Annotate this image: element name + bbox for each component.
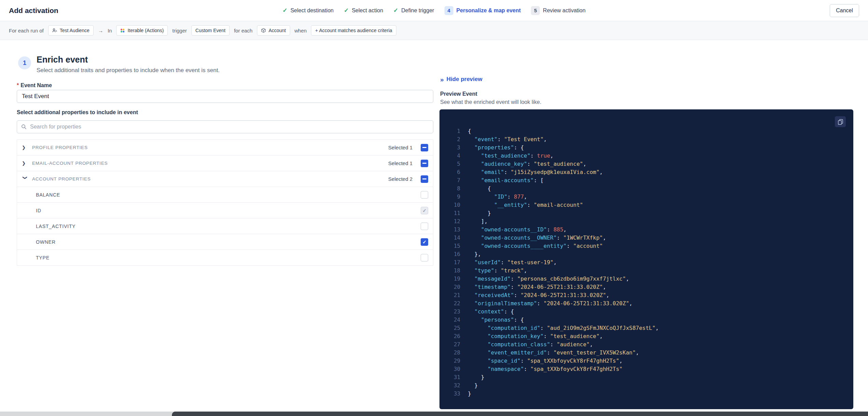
code-text: { [468, 185, 491, 192]
properties-table: ❯PROFILE PROPERTIESSelected 1❯EMAIL-ACCO… [17, 139, 433, 266]
line-number: 1 [439, 127, 460, 135]
code-line-22: 22 "originalTimestamp": "2024-06-25T21:3… [439, 299, 853, 308]
line-number: 26 [439, 332, 460, 340]
event-name-label: *Event Name [17, 82, 52, 89]
trigger-summary-bar: For each run ofTest Audience→InIterable … [0, 21, 868, 40]
code-text: "__entity": "email-account" [468, 202, 583, 208]
property-row-last-activity: LAST_ACTIVITY [17, 218, 433, 234]
line-number: 17 [439, 258, 460, 267]
code-line-23: 23 "context": { [439, 308, 853, 316]
code-line-7: 7 "email-accounts": [ [439, 176, 853, 185]
line-number: 14 [439, 234, 460, 242]
bottom-dark-bar [172, 412, 868, 416]
code-text: { [468, 128, 471, 134]
step-label: Review activation [543, 8, 586, 14]
step-4[interactable]: 4Personalize & map event [444, 6, 521, 15]
code-text: "context": { [468, 308, 514, 315]
group-label: EMAIL-ACCOUNT PROPERTIES [32, 161, 108, 166]
step-label: Select action [352, 8, 383, 14]
line-number: 9 [439, 193, 460, 201]
copy-button[interactable] [835, 116, 846, 127]
line-number: 24 [439, 316, 460, 324]
checked-checkbox[interactable]: ✓ [421, 238, 428, 246]
property-label: BALANCE [36, 192, 60, 198]
code-line-26: 26 "computation_key": "test_audience", [439, 332, 853, 340]
chevron-right-icon: ❯ [22, 145, 32, 150]
trigger-chip-iterable-actions[interactable]: Iterable (Actions) [116, 25, 168, 36]
event-name-input[interactable] [17, 90, 433, 103]
account-icon [261, 28, 266, 33]
step-number-badge: 5 [531, 6, 540, 15]
step-2[interactable]: ✓Select action [344, 7, 383, 14]
code-text: "namespace": "spa_tXXbfoyvCkY8rF47ghH2Ts… [468, 366, 623, 372]
code-text: "event": "Test Event", [468, 136, 547, 143]
line-number: 2 [439, 135, 460, 144]
preview-title: Preview Event [440, 91, 477, 97]
step-label: Define trigger [401, 8, 434, 14]
line-number: 18 [439, 267, 460, 275]
property-row-balance: BALANCE [17, 187, 433, 203]
step-1[interactable]: ✓Select destination [283, 7, 334, 14]
code-line-4: 4 "test_audience": true, [439, 152, 853, 160]
property-group-email-account-properties[interactable]: ❯EMAIL-ACCOUNT PROPERTIESSelected 1 [17, 156, 433, 171]
step-number-badge: 4 [444, 6, 453, 15]
line-number: 5 [439, 160, 460, 168]
chip-label: Custom Event [195, 28, 226, 33]
step-5[interactable]: 5Review activation [531, 6, 586, 15]
trigger-text-5: trigger [172, 28, 187, 33]
section-title: Enrich event [37, 55, 88, 65]
property-row-id: ID✓ [17, 203, 433, 218]
trigger-chip-custom-event[interactable]: Custom Event [191, 25, 230, 36]
unchecked-checkbox[interactable] [421, 223, 428, 230]
line-number: 13 [439, 226, 460, 234]
audience-icon [52, 28, 57, 33]
trigger-chip-test-audience[interactable]: Test Audience [48, 25, 94, 36]
indeterminate-checkbox[interactable] [421, 160, 428, 167]
indeterminate-checkbox[interactable] [421, 175, 428, 183]
unchecked-checkbox[interactable] [421, 254, 428, 261]
checkmark-icon: ✓ [283, 7, 287, 14]
code-text: "owned-accounts__OWNER": "1WCWrTXfkp", [468, 234, 606, 241]
code-text: "test_audience": true, [468, 152, 553, 159]
copy-icon [838, 119, 843, 125]
preview-subtitle: See what the enriched event will look li… [440, 99, 541, 105]
step-3[interactable]: ✓Define trigger [393, 7, 434, 14]
line-number: 22 [439, 299, 460, 308]
line-number: 8 [439, 185, 460, 193]
code-line-11: 11 } [439, 209, 853, 217]
code-line-17: 17 "userId": "test-user-19", [439, 258, 853, 267]
code-text: "timestamp": "2024-06-25T21:31:33.020Z", [468, 284, 606, 290]
unchecked-checkbox[interactable] [421, 191, 428, 199]
property-group-account-properties[interactable]: ❯ACCOUNT PROPERTIESSelected 2 [17, 171, 433, 187]
property-group-profile-properties[interactable]: ❯PROFILE PROPERTIESSelected 1 [17, 140, 433, 156]
top-bar: Add activation ✓Select destination✓Selec… [0, 0, 868, 21]
hide-preview-link[interactable]: » Hide preview [440, 76, 482, 83]
search-input[interactable] [30, 124, 429, 130]
code-line-27: 27 "computation_class": "audience", [439, 340, 853, 349]
line-number: 29 [439, 357, 460, 365]
trigger-chip-account[interactable]: Account [257, 25, 290, 36]
property-label: ID [36, 208, 41, 213]
line-number: 11 [439, 209, 460, 217]
code-line-3: 3 "properties": { [439, 144, 853, 152]
checkmark-icon: ✓ [393, 7, 398, 14]
code-line-6: 6 "email": "j15iZysedp@k1euxaIVia.com", [439, 168, 853, 176]
selected-count: Selected 1 [388, 160, 412, 166]
required-asterisk: * [17, 82, 19, 88]
search-box[interactable] [17, 120, 433, 133]
selected-count: Selected 1 [388, 145, 412, 150]
code-line-24: 24 "personas": { [439, 316, 853, 324]
line-number: 23 [439, 308, 460, 316]
trigger-text-0: For each run of [9, 28, 44, 33]
indeterminate-checkbox[interactable] [421, 144, 428, 151]
code-text: "space_id": "spa_tXXbfoyvCkY8rF47ghH2Ts"… [468, 358, 623, 364]
group-label: ACCOUNT PROPERTIES [32, 176, 91, 182]
hide-preview-label: Hide preview [447, 76, 483, 83]
line-number: 10 [439, 201, 460, 209]
property-row-owner: OWNER✓ [17, 234, 433, 250]
code-line-9: 9 "ID": 877, [439, 193, 853, 201]
trigger-chip-account-matches-audience-criteria[interactable]: + Account matches audience criteria [311, 25, 396, 36]
cancel-button[interactable]: Cancel [830, 4, 859, 17]
code-line-30: 30 "namespace": "spa_tXXbfoyvCkY8rF47ghH… [439, 365, 853, 373]
line-number: 12 [439, 217, 460, 226]
